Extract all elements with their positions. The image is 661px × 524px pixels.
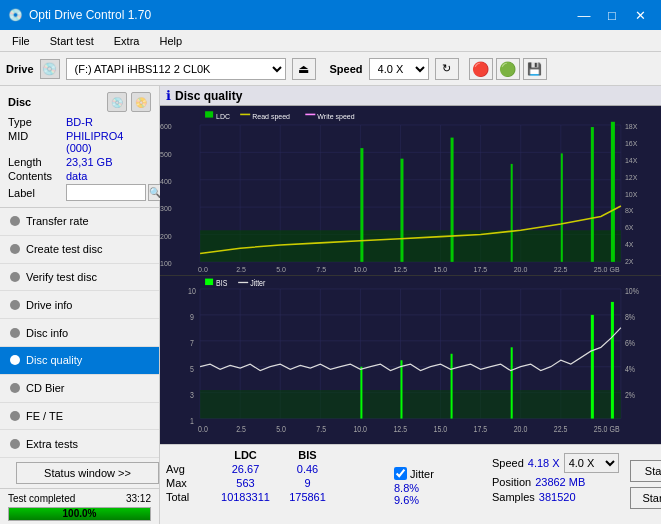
status-window-button[interactable]: Status window >> [16, 462, 159, 484]
svg-rect-25 [611, 122, 615, 262]
nav-label-disc-info: Disc info [26, 327, 68, 339]
sidebar-item-disc-quality[interactable]: Disc quality [0, 347, 159, 375]
disc-icon-1[interactable]: 💿 [107, 92, 127, 112]
progress-area: Test completed 33:12 100.0% [0, 488, 159, 524]
sidebar-item-cd-bier[interactable]: CD Bier [0, 375, 159, 403]
menu-bar: File Start test Extra Help [0, 30, 661, 52]
disc-mid-key: MID [8, 130, 66, 154]
close-button[interactable]: ✕ [627, 5, 653, 25]
chart1-wrapper: LDC Read speed Write speed 600 500 400 3… [160, 106, 661, 276]
svg-text:Read speed: Read speed [252, 111, 290, 120]
svg-rect-26 [205, 111, 213, 117]
svg-text:2%: 2% [625, 390, 635, 400]
drive-btn-1[interactable]: 🔴 [469, 58, 493, 80]
sidebar-item-extra-tests[interactable]: Extra tests [0, 430, 159, 458]
sidebar-item-create-test-disc[interactable]: Create test disc [0, 236, 159, 264]
menu-help[interactable]: Help [151, 33, 190, 49]
svg-rect-83 [205, 278, 213, 284]
jitter-checkbox[interactable] [394, 467, 407, 480]
drive-btn-save[interactable]: 💾 [523, 58, 547, 80]
svg-text:2X: 2X [625, 257, 634, 266]
disc-contents-row: Contents data [8, 170, 151, 182]
jitter-section: Jitter 8.8% 9.6% [394, 449, 484, 520]
svg-rect-81 [591, 314, 594, 418]
title-bar-left: 💿 Opti Drive Control 1.70 [8, 8, 151, 22]
svg-text:20.0: 20.0 [514, 423, 528, 433]
status-text: Test completed [8, 493, 75, 504]
svg-text:7: 7 [190, 338, 194, 348]
nav-label-transfer-rate: Transfer rate [26, 215, 89, 227]
chart2-wrapper: BIS Jitter 10 9 7 5 3 1 10% 8% 6% 4% 2% [160, 276, 661, 445]
svg-text:BIS: BIS [216, 278, 228, 288]
disc-contents-val: data [66, 170, 87, 182]
start-full-button[interactable]: Start full [630, 460, 661, 482]
svg-text:LDC: LDC [216, 111, 230, 120]
speed-refresh-button[interactable]: ↻ [435, 58, 459, 80]
start-part-button[interactable]: Start part [630, 487, 661, 509]
disc-mid-val: PHILIPRO4 (000) [66, 130, 151, 154]
action-buttons: Start full Start part [630, 449, 661, 520]
menu-file[interactable]: File [4, 33, 38, 49]
nav-label-extra-tests: Extra tests [26, 438, 78, 450]
disc-label-key: Label [8, 187, 66, 199]
svg-rect-22 [511, 164, 513, 262]
maximize-button[interactable]: □ [599, 5, 625, 25]
svg-text:7.5: 7.5 [316, 265, 326, 274]
svg-text:25.0 GB: 25.0 GB [594, 265, 620, 274]
svg-text:5.0: 5.0 [276, 265, 286, 274]
svg-rect-23 [561, 153, 563, 261]
menu-start-test[interactable]: Start test [42, 33, 102, 49]
disc-type-key: Type [8, 116, 66, 128]
svg-text:200: 200 [160, 232, 172, 241]
speed-select[interactable]: 4.0 X [369, 58, 429, 80]
drive-select[interactable]: (F:) ATAPI iHBS112 2 CL0K [66, 58, 286, 80]
sidebar-item-verify-test-disc[interactable]: Verify test disc [0, 264, 159, 292]
jitter-label: Jitter [410, 468, 434, 480]
progress-bar-container: 100.0% [8, 507, 151, 521]
svg-text:400: 400 [160, 177, 172, 186]
sidebar-item-fe-te[interactable]: FE / TE [0, 403, 159, 431]
svg-text:0.0: 0.0 [198, 423, 208, 433]
sidebar-item-transfer-rate[interactable]: Transfer rate [0, 208, 159, 236]
svg-rect-77 [360, 366, 362, 418]
disc-icon-2[interactable]: 📀 [131, 92, 151, 112]
svg-text:10X: 10X [625, 189, 638, 198]
sidebar-item-disc-info[interactable]: Disc info [0, 319, 159, 347]
drive-bar: Drive 💿 (F:) ATAPI iHBS112 2 CL0K ⏏ Spee… [0, 52, 661, 86]
svg-text:22.5: 22.5 [554, 423, 568, 433]
stats-avg-bis: 0.46 [280, 463, 335, 475]
drive-eject-button[interactable]: ⏏ [292, 58, 316, 80]
drive-icon: 💿 [40, 59, 60, 79]
svg-rect-58 [160, 276, 661, 445]
nav-dot-disc-info [10, 328, 20, 338]
svg-text:10.0: 10.0 [353, 265, 367, 274]
speed-stats-select[interactable]: 4.0 X [564, 453, 619, 473]
disc-type-val: BD-R [66, 116, 93, 128]
sidebar-item-drive-info[interactable]: Drive info [0, 291, 159, 319]
samples-label: Samples [492, 491, 535, 503]
minimize-button[interactable]: — [571, 5, 597, 25]
disc-label-input[interactable] [66, 184, 146, 201]
svg-text:12X: 12X [625, 173, 638, 182]
stats-max-ldc: 563 [213, 477, 278, 489]
menu-extra[interactable]: Extra [106, 33, 148, 49]
nav-label-fe-te: FE / TE [26, 410, 63, 422]
svg-text:Write speed: Write speed [317, 111, 354, 120]
stats-table-area: LDC BIS Avg 26.67 0.46 Max 563 9 Total 1… [166, 449, 386, 520]
stats-max-label: Max [166, 477, 211, 489]
svg-rect-21 [451, 138, 454, 262]
disc-info-panel: Disc 💿 📀 Type BD-R MID PHILIPRO4 (000) L… [0, 86, 159, 208]
drive-btn-2[interactable]: 🟢 [496, 58, 520, 80]
sidebar: Disc 💿 📀 Type BD-R MID PHILIPRO4 (000) L… [0, 86, 160, 524]
svg-text:5: 5 [190, 364, 194, 374]
disc-panel-label: Disc [8, 96, 31, 108]
nav-label-cd-bier: CD Bier [26, 382, 65, 394]
disc-label-row: Label 🔍 [8, 184, 151, 201]
position-val: 23862 MB [535, 476, 585, 488]
stats-ldc-header: LDC [213, 449, 278, 461]
svg-text:12.5: 12.5 [393, 265, 407, 274]
nav-dot-cd-bier [10, 383, 20, 393]
svg-text:8X: 8X [625, 206, 634, 215]
svg-text:20.0: 20.0 [514, 265, 528, 274]
chart2-svg: BIS Jitter 10 9 7 5 3 1 10% 8% 6% 4% 2% [160, 276, 661, 445]
